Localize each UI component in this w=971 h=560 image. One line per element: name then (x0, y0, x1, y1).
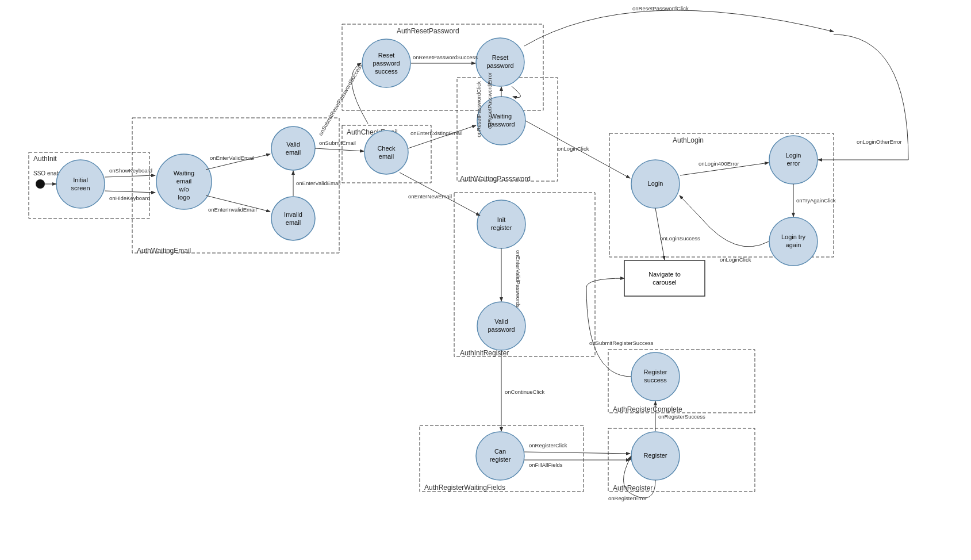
edge-login-success-label: onLoginSuccess (660, 235, 700, 241)
reset-password-text1: Reset (492, 54, 509, 61)
edge-reset-success-label: onResetPasswordSuccess (413, 54, 478, 60)
edge-submit-reset-success-label: onSubmitResetPasswordSuccess (317, 63, 364, 137)
edge-fill-all-fields-label: onFillAllFields (529, 462, 563, 468)
login-try-again-text2: again (786, 241, 801, 248)
edge-enter-existing-email (408, 125, 476, 148)
login-error-text2: error (786, 160, 800, 167)
auth-init-label: AuthInit (33, 155, 57, 163)
register-text: Register (644, 452, 667, 459)
navigate-to-carousel-text2: carousel (653, 279, 677, 286)
waiting-email-text1: Waiting (174, 170, 194, 177)
waiting-email-text2: email (176, 178, 191, 185)
edge-submit-email-label: onSubmitEmail (319, 140, 356, 146)
edge-try-again-to-login-label: onLoginClick (720, 256, 751, 263)
can-register-text1: Can (494, 448, 506, 455)
reset-password-success-text3: success (375, 68, 398, 75)
diagram-container: AuthInit AuthWaitingEmail AuthCheckEmail… (0, 0, 971, 560)
edge-enter-new-email-label: onEnterNewEmail (408, 193, 452, 200)
auth-reset-password-label: AuthResetPassword (397, 27, 459, 35)
edge-reset-password-click-arc-label: onResetPasswordClick (632, 5, 689, 11)
auth-login-label: AuthLogin (673, 136, 704, 144)
edge-login-success (655, 208, 665, 260)
waiting-password-text1: Waiting (491, 113, 512, 120)
initial-screen-text-line1: Initial (73, 177, 88, 183)
invalid-email-text2: email (286, 219, 301, 226)
edge-waiting-to-login-label: onLoginClick (558, 145, 589, 152)
edge-enter-invalid-email-label: onEnterInvalidEmail (208, 206, 257, 213)
edge-submit-register-success-label: onSubmitRegisterSuccess (589, 340, 654, 346)
can-register-text2: register (490, 456, 511, 463)
reset-password-text2: password (486, 62, 513, 69)
edge-try-again-label: onTryAgainClick (796, 197, 836, 204)
edge-continue-click-label: onContinueClick (505, 389, 544, 395)
edge-login-other-error-label: onLoginOtherError (857, 139, 902, 145)
login-text: Login (648, 180, 663, 187)
auth-waiting-password-label: AuthWaitingPasssword (460, 175, 531, 183)
login-try-again-text1: Login try (781, 233, 806, 240)
check-email-text2: email (379, 153, 394, 160)
check-email-text1: Check (377, 145, 396, 152)
init-register-text2: register (491, 224, 512, 231)
edge-login-400-error-label: onLogin400Error (698, 160, 739, 167)
edge-enter-valid-email-label: onEnterValidEmail (210, 155, 254, 161)
register-success-text1: Register (644, 369, 667, 375)
edge-register-error-label: onRegisterError (608, 495, 647, 501)
edge-hide-keyboard-label: onHideKeyboard (109, 195, 150, 201)
edge-show-keyboard (105, 175, 155, 177)
auth-waiting-email-label: AuthWaitingEmail (137, 247, 191, 255)
edge-enter-existing-email-label: onEnterExistingEmail (410, 130, 462, 136)
waiting-email-text4: logo (178, 194, 190, 201)
auth-register-complete-container (608, 350, 755, 413)
auth-register-complete-label: AuthRegisterComplete (613, 405, 682, 413)
edge-reset-password-error (512, 86, 521, 98)
invalid-email-text1: Invalid (284, 211, 302, 218)
initial-screen-text-line2: screen (71, 185, 90, 191)
edge-init-to-valid-password-label: onEnterValidPasswords (515, 250, 521, 308)
valid-password-text2: password (488, 326, 515, 333)
state-diagram: AuthInit AuthWaitingEmail AuthCheckEmail… (0, 0, 971, 560)
edge-reset-password-click-label: onResetPasswordClick (475, 81, 482, 137)
edge-register-click-label: onRegisterClick (529, 442, 567, 448)
navigate-to-carousel-text1: Navigate to (648, 271, 681, 278)
auth-register-label: AuthRegister (613, 484, 653, 492)
init-register-text1: Init (497, 216, 506, 223)
edge-register-success-label: onRegisterSuccess (658, 413, 705, 420)
edge-invalid-to-valid-label: onEnterValidEmail (296, 180, 340, 186)
edge-show-keyboard-label: onShowKeyboard (109, 167, 152, 174)
login-error-text1: Login (786, 152, 801, 159)
waiting-email-text3: w/o (178, 186, 189, 193)
edge-register-click (524, 452, 630, 454)
auth-register-waiting-fields-label: AuthRegisterWaitingFields (424, 484, 505, 492)
reset-password-success-text1: Reset (378, 52, 395, 59)
valid-password-text1: Valid (494, 318, 508, 325)
reset-password-success-text2: password (373, 60, 400, 67)
edge-reset-password-error-label: onResetPasswordError (486, 72, 493, 129)
auth-register-container (608, 428, 755, 492)
valid-email-text1: Valid (286, 141, 300, 148)
initial-dot (36, 179, 45, 189)
edge-reset-password-click-arc (524, 10, 834, 46)
register-success-text2: success (644, 377, 667, 383)
valid-email-text2: email (286, 149, 301, 156)
edge-hide-keyboard (105, 191, 155, 193)
